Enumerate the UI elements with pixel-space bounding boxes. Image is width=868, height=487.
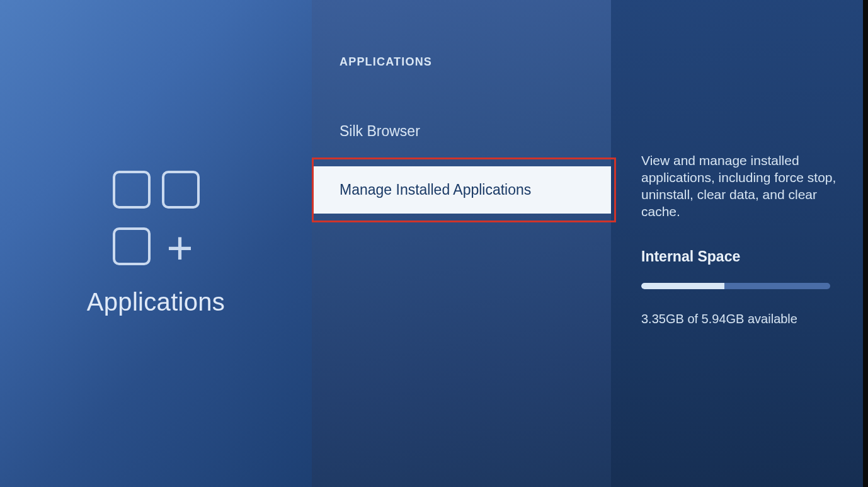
storage-available-text: 3.35GB of 5.94GB available [641,312,840,326]
storage-heading: Internal Space [641,248,840,265]
selected-menu-wrap: Manage Installed Applications [312,166,611,214]
section-header: APPLICATIONS [312,55,611,69]
settings-list-panel: APPLICATIONS Silk Browser Manage Install… [312,0,611,487]
applications-icon: + [109,171,203,265]
category-title: Applications [87,288,225,316]
category-panel: + Applications [0,0,312,487]
storage-progress-bar [641,283,830,289]
menu-item-silk-browser[interactable]: Silk Browser [312,108,611,155]
detail-panel: View and manage installed applications, … [611,0,863,487]
menu-item-label: Silk Browser [340,123,420,139]
storage-progress-fill [641,283,724,289]
detail-description: View and manage installed applications, … [641,152,840,221]
screen-edge-bezel [863,0,868,487]
menu-item-manage-installed-applications[interactable]: Manage Installed Applications [312,166,611,214]
menu-item-label: Manage Installed Applications [340,181,531,198]
